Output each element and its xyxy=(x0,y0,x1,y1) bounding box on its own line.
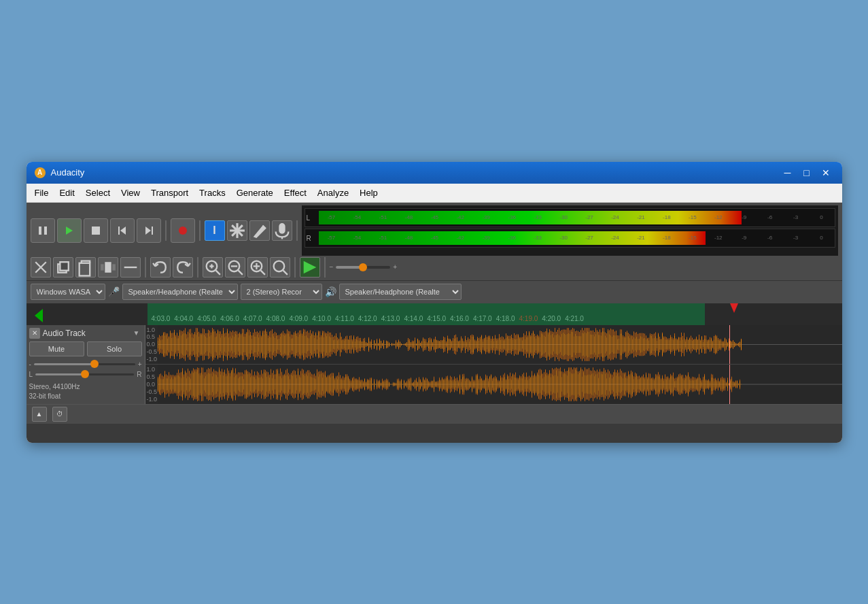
track-header: ✕ Audio Track ▼ xyxy=(29,328,142,339)
separator-6 xyxy=(294,257,296,278)
svg-rect-7 xyxy=(152,227,153,235)
separator-5 xyxy=(197,257,198,278)
waveform-canvas-1 xyxy=(158,325,842,365)
track-mute-solo: Mute Solo xyxy=(29,341,142,356)
toolbar-row-1: I L -57 -54 xyxy=(31,205,838,256)
separator-3 xyxy=(296,220,298,241)
zoom-in-button[interactable] xyxy=(203,257,223,278)
svg-marker-2 xyxy=(66,227,73,235)
svg-rect-0 xyxy=(39,227,41,235)
svg-rect-14 xyxy=(279,223,285,234)
waveform-channel-1[interactable]: 1.0 0.5 0.0 -0.5 -1.0 xyxy=(145,325,842,365)
vu-right: R -57 -54 -51 -48 -45 -42 -39 -36 -33 xyxy=(305,229,835,248)
playhead-triangle xyxy=(730,303,738,313)
svg-rect-21 xyxy=(112,264,116,270)
sync-button[interactable]: ⏱ xyxy=(52,407,67,422)
svg-point-34 xyxy=(273,261,284,271)
host-select[interactable]: Windows WASA xyxy=(31,284,105,300)
silence-button[interactable] xyxy=(120,257,141,278)
draw-tool-button[interactable] xyxy=(249,220,270,241)
minimize-button[interactable]: ─ xyxy=(780,166,796,180)
svg-rect-1 xyxy=(44,227,47,235)
svg-rect-5 xyxy=(118,227,120,235)
menu-effect[interactable]: Effect xyxy=(279,186,312,200)
stop-button[interactable] xyxy=(84,218,108,243)
input-device-select[interactable]: Speaker/Headphone (Realte xyxy=(122,284,238,300)
waveform-labels-1: 1.0 0.5 0.0 -0.5 -1.0 xyxy=(147,325,158,365)
track-name: Audio Track xyxy=(43,329,128,338)
bottom-bar xyxy=(27,424,842,443)
skip-end-button[interactable] xyxy=(137,218,161,243)
svg-rect-20 xyxy=(101,264,104,270)
menu-transport[interactable]: Transport xyxy=(145,186,194,200)
speaker-icon: 🔊 xyxy=(325,286,336,297)
waveform-area: 1.0 0.5 0.0 -0.5 -1.0 1.0 0.5 0.0 xyxy=(145,325,842,404)
volume-slider[interactable] xyxy=(34,363,135,365)
mute-button[interactable]: Mute xyxy=(29,341,84,356)
left-marker xyxy=(35,309,43,322)
select-tool-button[interactable]: I xyxy=(205,220,225,241)
volume-row: - + xyxy=(29,360,142,368)
track-dropdown-button[interactable]: ▼ xyxy=(131,328,142,339)
record-button[interactable] xyxy=(171,218,195,243)
svg-marker-4 xyxy=(120,227,126,235)
separator-2 xyxy=(199,220,201,241)
timeline-ruler[interactable]: 4:03.0 4:04.0 4:05.0 4:06.0 4:07.0 4:08.… xyxy=(27,303,842,325)
undo-button[interactable] xyxy=(150,257,171,278)
title-bar: A Audacity ─ □ ✕ xyxy=(27,162,842,184)
channels-select[interactable]: 2 (Stereo) Recor xyxy=(241,284,322,300)
svg-marker-36 xyxy=(303,261,316,273)
svg-line-35 xyxy=(283,270,287,274)
volume-thumb[interactable] xyxy=(90,360,99,368)
output-device-select[interactable]: Speaker/Headphone (Realte xyxy=(339,284,462,300)
vu-left: L -57 -54 -51 -48 -45 -42 -39 -36 -33 xyxy=(305,208,835,227)
svg-rect-3 xyxy=(92,227,100,235)
toolbar-area: I L -57 -54 xyxy=(27,203,842,280)
solo-button[interactable]: Solo xyxy=(87,341,142,356)
envelope-tool-button[interactable] xyxy=(227,220,247,241)
track-footer: ▲ ⏱ xyxy=(27,405,842,424)
paste-button[interactable] xyxy=(75,257,96,278)
track-container: ✕ Audio Track ▼ Mute Solo - + xyxy=(27,325,842,405)
vu-right-label: R xyxy=(307,234,311,241)
toolbar-row-2: − + xyxy=(31,257,838,278)
maximize-button[interactable]: □ xyxy=(799,166,815,180)
menu-generate[interactable]: Generate xyxy=(231,186,279,200)
play-button[interactable] xyxy=(57,218,82,243)
pan-thumb[interactable] xyxy=(81,370,89,378)
vu-meter: L -57 -54 -51 -48 -45 -42 -39 -36 -33 xyxy=(302,205,838,256)
menu-bar: File Edit Select View Transport Tracks G… xyxy=(27,184,842,203)
mic-icon: 🎤 xyxy=(108,286,120,297)
vu-left-label: L xyxy=(307,214,311,221)
zoom-selection-button[interactable] xyxy=(270,257,290,278)
window-controls: ─ □ ✕ xyxy=(780,166,834,180)
redo-button[interactable] xyxy=(173,257,193,278)
pause-button[interactable] xyxy=(31,218,55,243)
mic-tool-button[interactable] xyxy=(272,220,292,241)
svg-rect-19 xyxy=(105,262,111,273)
zoom-out-button[interactable] xyxy=(225,257,245,278)
copy-button[interactable] xyxy=(53,257,73,278)
menu-view[interactable]: View xyxy=(116,186,145,200)
device-bar: Windows WASA 🎤 Speaker/Headphone (Realte… xyxy=(27,280,842,303)
menu-file[interactable]: File xyxy=(29,186,54,200)
pan-slider[interactable] xyxy=(35,373,134,375)
skip-start-button[interactable] xyxy=(110,218,135,243)
menu-edit[interactable]: Edit xyxy=(54,186,80,200)
play-speed-button[interactable] xyxy=(300,257,320,278)
separator-1 xyxy=(165,220,167,241)
menu-help[interactable]: Help xyxy=(354,186,383,200)
collapse-button[interactable]: ▲ xyxy=(32,407,47,422)
svg-line-28 xyxy=(238,270,242,274)
waveform-channel-2[interactable]: 1.0 0.5 0.0 -0.5 -1.0 xyxy=(145,365,842,404)
speed-slider[interactable] xyxy=(336,266,390,269)
zoom-fit-button[interactable] xyxy=(247,257,268,278)
svg-rect-17 xyxy=(60,262,68,270)
close-button[interactable]: ✕ xyxy=(818,166,834,180)
track-close-button[interactable]: ✕ xyxy=(29,328,40,339)
menu-analyze[interactable]: Analyze xyxy=(312,186,354,200)
menu-select[interactable]: Select xyxy=(80,186,116,200)
menu-tracks[interactable]: Tracks xyxy=(194,186,231,200)
cut-button[interactable] xyxy=(31,257,51,278)
trim-button[interactable] xyxy=(98,257,118,278)
